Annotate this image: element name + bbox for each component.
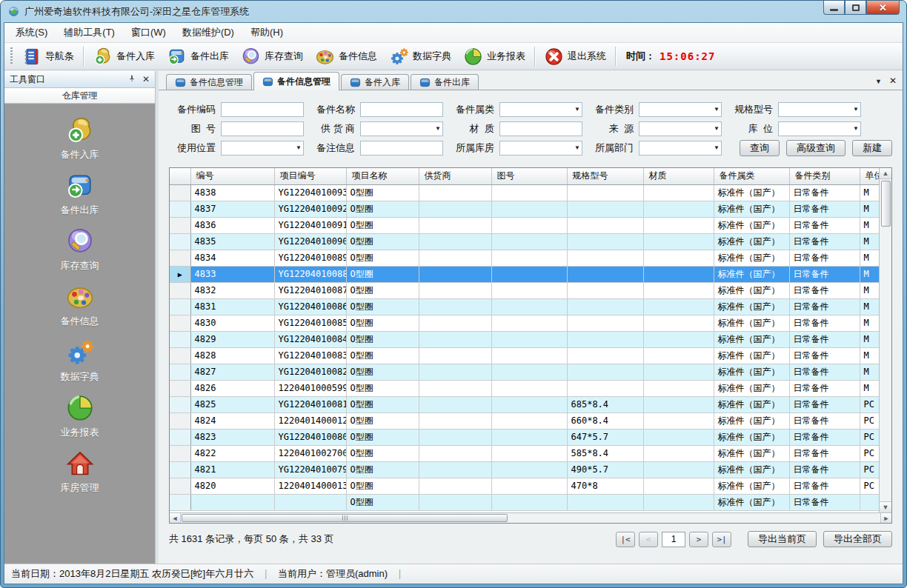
tab[interactable]: 备件信息管理 [166,74,252,90]
sidebar-item[interactable]: 业务报表 [4,393,155,439]
column-header[interactable]: 备件属类 [714,168,789,184]
column-header[interactable]: 供货商 [419,168,491,184]
table-row[interactable]: ▶ 4838 YG12204010093 O型圈 [170,184,879,201]
combo-field[interactable]: ▼ [639,102,722,117]
column-header[interactable]: 图号 [491,168,567,184]
minimize-button[interactable] [823,1,845,15]
tab-close-icon[interactable]: ✕ [889,76,897,86]
page-number-input[interactable]: 1 [662,532,685,547]
combo-field[interactable]: ▼ [499,102,582,117]
table-row[interactable]: ▶ 4834 YG12204010089 O型圈 [170,250,879,266]
prev-page-button[interactable]: < [639,532,658,547]
export-current-page-button[interactable]: 导出当前页 [748,531,817,547]
tab[interactable]: 备件出库 [411,74,479,90]
combo-field[interactable]: ▼ [221,141,304,156]
text-field[interactable] [360,102,443,117]
table-row[interactable]: ▶ 4831 YG12204010086 O型圈 [170,298,879,315]
table-row[interactable]: ▶ 4825 YG12204010081 O型圈 685*8.4 [170,396,879,412]
menu-item[interactable]: 系统(S) [7,23,56,42]
scroll-right-icon[interactable]: ► [880,513,891,523]
sidebar-item[interactable]: 备件出库 [4,171,155,217]
toolbar-button[interactable]: 退出系统 [538,45,612,67]
toolbar-button[interactable]: 库存查询 [235,45,309,67]
column-header[interactable]: 项目名称 [346,168,419,184]
close-button[interactable]: ✕ [866,1,900,15]
table-row[interactable]: ▶ 4822 1220401002700 O型圈 585*8.4 [170,445,879,461]
table-row[interactable]: ▶ 4821 YG12204010079 O型圈 490*5.7 [170,461,879,478]
advanced-query-button[interactable]: 高级查询 [786,140,845,156]
table-row[interactable]: ▶ 4823 YG12204010080 O型圈 647*5.7 [170,429,879,445]
text-field[interactable] [499,121,582,136]
cell-spec: 647*5.7 [567,429,643,445]
toolbar-button[interactable]: 备件信息 [309,45,383,67]
tab[interactable]: 备件信息管理 [253,72,339,90]
sidebar-item[interactable]: 备件入库 [4,116,155,161]
table-row[interactable]: ▶ 4828 YG12204010083 O型圈 [170,347,879,364]
table-row[interactable]: ▶ 4820 1220401400013 O型圈 470*8 [170,478,879,494]
column-header[interactable]: 编号 [190,168,274,184]
toolbar-button[interactable]: 业务报表 [457,45,531,67]
column-header[interactable]: 单位 [860,168,879,184]
table-row[interactable]: ▶ 4836 YG12204010091 O型圈 [170,217,879,233]
horizontal-scrollbar[interactable]: ◄ ► [170,512,891,523]
combo-field[interactable]: ▼ [639,141,722,156]
table-row[interactable]: ▶ 4832 YG12204010087 O型圈 [170,282,879,298]
sidebar-close-icon[interactable]: ✕ [142,74,150,84]
exit-icon [544,47,564,67]
menu-item[interactable]: 辅助工具(T) [56,23,123,42]
table-row[interactable]: ▶ 4830 YG12204010085 O型圈 [170,315,879,331]
pin-icon[interactable] [127,74,136,85]
menu-item[interactable]: 窗口(W) [123,23,174,42]
table-row[interactable]: ▶ 4824 1220401400012 O型圈 660*8.4 [170,412,879,429]
title-bar[interactable]: 广州爱奇迪软件科技有限公司-深田之星仓库管理系统 ✕ [1,1,906,22]
query-button[interactable]: 查询 [740,140,780,156]
horizontal-scroll-thumb[interactable] [182,514,508,522]
table-row[interactable]: ▶ 4826 1220401000599 O型圈 [170,380,879,396]
tab-list-menu-icon[interactable]: ▼ [875,78,882,86]
vertical-scroll-thumb[interactable] [881,181,891,227]
scroll-left-icon[interactable]: ◄ [170,513,181,523]
table-row[interactable]: ▶ 4827 YG12204010082 O型圈 [170,364,879,380]
sidebar-item[interactable]: 库房管理 [4,449,155,495]
next-page-button[interactable]: > [689,532,708,547]
combo-field[interactable]: ▼ [499,141,582,156]
sidebar-item[interactable]: 库存查询 [4,227,155,273]
table-row[interactable]: ▶ O型圈 [170,494,879,510]
new-button[interactable]: 新建 [852,140,892,156]
column-header[interactable]: 备件类别 [789,168,860,184]
menu-item[interactable]: 帮助(H) [242,23,291,42]
toolbar-button[interactable]: 备件出库 [161,45,235,67]
export-all-pages-button[interactable]: 导出全部页 [823,531,892,547]
column-header[interactable]: 项目编号 [274,168,346,184]
vertical-scrollbar[interactable]: ▲ ▼ [879,168,891,512]
tab[interactable]: 备件入库 [341,74,409,90]
table-row[interactable]: ▶ 4833 YG12204010088 O型圈 [170,266,879,282]
scroll-down-icon[interactable]: ▼ [880,501,891,512]
combo-field[interactable]: ▼ [778,102,861,117]
combo-field[interactable]: ▼ [639,121,722,136]
sidebar-item[interactable]: 数据字典 [4,338,155,384]
table-row[interactable]: ▶ 4829 YG12204010084 O型圈 [170,331,879,347]
column-header[interactable]: 规格型号 [567,168,643,184]
maximize-button[interactable] [845,1,866,15]
last-page-button[interactable]: >| [712,532,731,547]
table-row[interactable]: ▶ 4835 YG12204010090 O型圈 [170,233,879,250]
cell-supplier [419,184,491,201]
scroll-up-icon[interactable]: ▲ [880,168,891,179]
text-field[interactable] [221,102,304,117]
combo-field[interactable]: ▼ [778,121,861,136]
column-header[interactable]: 材质 [643,168,714,184]
toolbar-button[interactable]: 数据字典 [383,45,457,67]
text-field[interactable] [221,121,304,136]
toolbar-button[interactable]: 导航条 [16,45,80,67]
table-row[interactable]: ▶ 4837 YG12204010092 O型圈 [170,201,879,217]
toolbar-button[interactable]: 备件入库 [87,45,161,67]
menu-item[interactable]: 数据维护(D) [174,23,242,42]
cell-name: O型圈 [346,396,419,412]
sidebar-group-title[interactable]: 仓库管理 [4,88,155,104]
first-page-button[interactable]: |< [616,532,635,547]
toolbar-grip[interactable] [10,47,13,65]
combo-field[interactable]: ▼ [360,121,443,136]
sidebar-item[interactable]: 备件信息 [4,282,155,328]
text-field[interactable] [360,141,443,156]
